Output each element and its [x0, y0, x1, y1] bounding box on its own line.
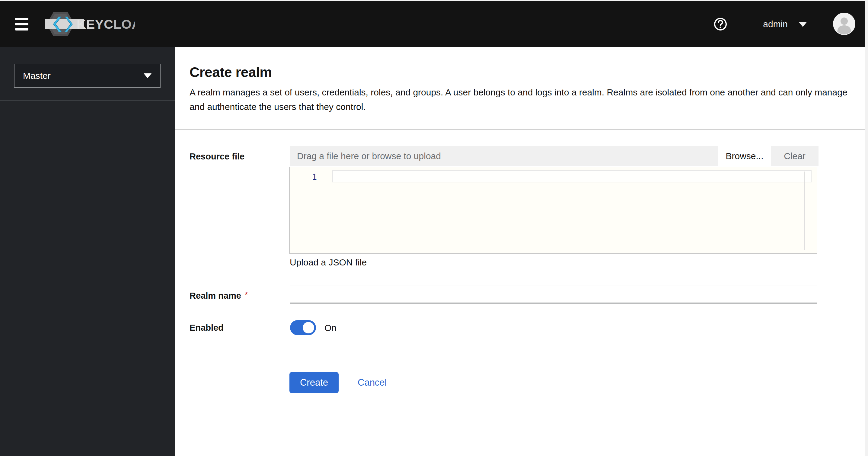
- chevron-down-icon: [144, 74, 152, 78]
- content-divider: [175, 129, 865, 130]
- sidebar-divider: [0, 100, 175, 101]
- browse-button[interactable]: Browse...: [718, 146, 771, 166]
- keycloak-logo-icon: KEYCLOAK: [45, 11, 135, 37]
- editor-ruler: [804, 172, 805, 250]
- scrollbar-track[interactable]: [865, 0, 868, 456]
- toggle-state-label: On: [324, 323, 337, 333]
- avatar-button[interactable]: [833, 13, 855, 36]
- upload-helper-text: Upload a JSON file: [290, 257, 367, 267]
- user-menu-button[interactable]: admin: [763, 19, 807, 29]
- question-circle-icon: [713, 17, 727, 31]
- avatar-icon: [833, 13, 855, 35]
- create-button[interactable]: Create: [289, 372, 339, 393]
- masthead: KEYCLOAK admin: [0, 1, 865, 47]
- file-dropzone[interactable]: Drag a file here or browse to upload: [290, 146, 718, 166]
- editor-line-number: 1: [305, 172, 317, 181]
- hamburger-menu-icon[interactable]: [15, 18, 28, 30]
- file-upload-bar: Drag a file here or browse to upload Bro…: [290, 146, 818, 166]
- chevron-down-icon: [799, 22, 807, 27]
- current-realm-label: Master: [23, 71, 144, 81]
- resource-file-label: Resource file: [189, 151, 245, 162]
- keycloak-logo[interactable]: KEYCLOAK: [45, 11, 135, 37]
- brand-text: KEYCLOAK: [77, 17, 135, 31]
- sidebar: Master: [0, 47, 175, 456]
- toggle-knob: [303, 322, 314, 333]
- page-title: Create realm: [189, 64, 272, 80]
- main-content: Create realm A realm manages a set of us…: [175, 47, 865, 456]
- enabled-label: Enabled: [189, 323, 224, 333]
- realm-selector-dropdown[interactable]: Master: [14, 64, 161, 88]
- masthead-right-group: admin: [713, 13, 865, 36]
- realm-name-input[interactable]: [290, 285, 817, 304]
- realm-name-label: Realm name*: [189, 290, 248, 301]
- editor-active-line: [332, 170, 812, 182]
- page-description: A realm manages a set of users, credenti…: [189, 85, 847, 114]
- clear-button[interactable]: Clear: [771, 146, 818, 166]
- required-asterisk: *: [245, 290, 248, 299]
- window-top-edge: [0, 0, 868, 1]
- json-code-editor[interactable]: 1: [289, 167, 817, 254]
- cancel-link[interactable]: Cancel: [358, 377, 387, 388]
- username-label: admin: [763, 19, 788, 29]
- enabled-toggle[interactable]: [290, 320, 316, 335]
- help-button[interactable]: [713, 17, 727, 31]
